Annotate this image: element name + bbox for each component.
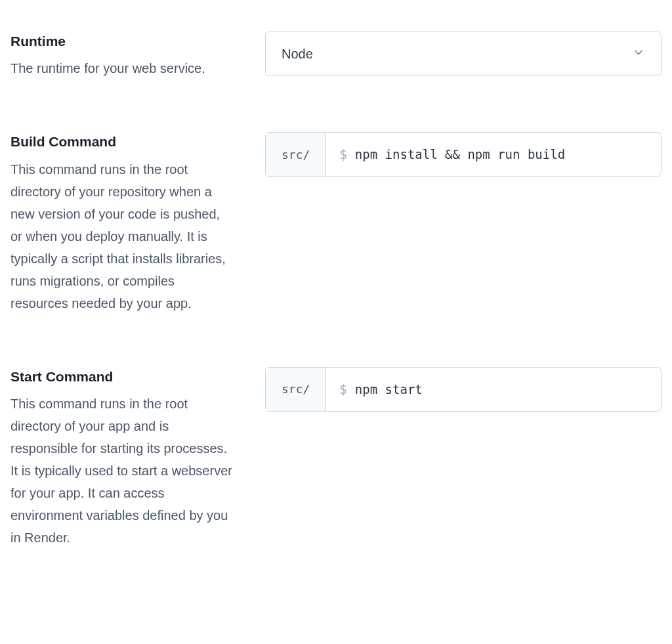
build-command-input-container: $ bbox=[326, 133, 661, 176]
build-command-label-group: Build Command This command runs in the r… bbox=[10, 132, 234, 314]
start-command-input-wrapper: src/ $ bbox=[265, 367, 662, 412]
build-command-input-wrapper: src/ $ bbox=[265, 132, 662, 177]
dollar-sign-icon: $ bbox=[339, 147, 346, 161]
chevron-down-icon bbox=[632, 46, 645, 62]
build-command-description: This command runs in the root directory … bbox=[10, 158, 234, 314]
build-command-input[interactable] bbox=[355, 147, 648, 161]
runtime-control: Node bbox=[265, 32, 662, 76]
start-command-input-container: $ bbox=[326, 368, 661, 411]
build-command-control: src/ $ bbox=[265, 132, 662, 177]
start-command-description: This command runs in the root directory … bbox=[10, 393, 234, 549]
runtime-description: The runtime for your web service. bbox=[10, 57, 234, 79]
start-command-label: Start Command bbox=[10, 367, 234, 386]
dollar-sign-icon: $ bbox=[339, 382, 346, 397]
runtime-select-value: Node bbox=[282, 47, 313, 62]
start-command-input[interactable] bbox=[355, 382, 648, 397]
runtime-label: Runtime bbox=[10, 32, 234, 51]
start-command-prefix: src/ bbox=[266, 368, 326, 411]
build-command-prefix: src/ bbox=[266, 133, 326, 176]
start-command-label-group: Start Command This command runs in the r… bbox=[10, 367, 234, 549]
runtime-select[interactable]: Node bbox=[265, 32, 662, 76]
runtime-label-group: Runtime The runtime for your web service… bbox=[10, 32, 234, 79]
start-command-control: src/ $ bbox=[265, 367, 662, 412]
runtime-section: Runtime The runtime for your web service… bbox=[10, 32, 662, 79]
build-command-section: Build Command This command runs in the r… bbox=[10, 132, 662, 314]
start-command-section: Start Command This command runs in the r… bbox=[10, 367, 662, 549]
build-command-label: Build Command bbox=[10, 132, 234, 151]
